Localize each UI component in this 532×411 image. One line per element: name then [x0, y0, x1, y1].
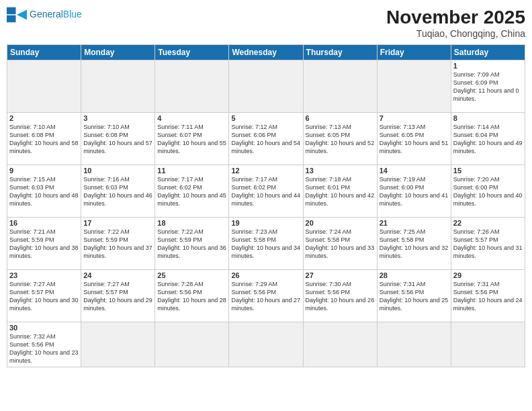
day-number: 18	[157, 219, 226, 227]
sunrise-label: Sunrise: 7:22 AM	[83, 228, 130, 235]
daylight-label: Daylight: 10 hours and 55 minutes.	[157, 140, 226, 154]
sunrise-label: Sunrise: 7:09 AM	[453, 71, 500, 78]
sunset-label: Sunset: 6:02 PM	[231, 184, 276, 191]
table-row	[229, 322, 303, 367]
day-number: 26	[231, 271, 300, 279]
table-row	[155, 322, 229, 367]
daylight-label: Daylight: 11 hours and 0 minutes.	[453, 87, 519, 102]
day-info: Sunrise: 7:30 AM Sunset: 5:56 PM Dayligh…	[306, 280, 375, 313]
sunrise-label: Sunrise: 7:13 AM	[380, 124, 426, 130]
day-info: Sunrise: 7:16 AM Sunset: 6:03 PM Dayligh…	[83, 175, 152, 208]
day-number: 11	[157, 167, 226, 175]
sunrise-label: Sunrise: 7:26 AM	[453, 228, 500, 235]
svg-rect-1	[7, 15, 16, 23]
table-row: 11 Sunrise: 7:17 AM Sunset: 6:02 PM Dayl…	[155, 165, 229, 218]
day-info: Sunrise: 7:32 AM Sunset: 5:56 PM Dayligh…	[9, 332, 79, 365]
day-number: 25	[157, 271, 226, 279]
table-row: 22 Sunrise: 7:26 AM Sunset: 5:57 PM Dayl…	[451, 218, 525, 270]
sunset-label: Sunset: 5:56 PM	[231, 289, 276, 295]
sunrise-label: Sunrise: 7:10 AM	[83, 124, 130, 130]
day-number: 27	[306, 271, 375, 279]
daylight-label: Daylight: 10 hours and 27 minutes.	[231, 297, 300, 312]
day-info: Sunrise: 7:24 AM Sunset: 5:58 PM Dayligh…	[306, 228, 375, 261]
table-row: 25 Sunrise: 7:28 AM Sunset: 5:56 PM Dayl…	[155, 270, 229, 322]
day-info: Sunrise: 7:14 AM Sunset: 6:04 PM Dayligh…	[453, 123, 523, 156]
table-row: 10 Sunrise: 7:16 AM Sunset: 6:03 PM Dayl…	[81, 165, 155, 218]
sunset-label: Sunset: 6:03 PM	[9, 184, 54, 191]
day-number: 20	[306, 219, 375, 227]
daylight-label: Daylight: 10 hours and 32 minutes.	[380, 244, 449, 259]
table-row	[7, 60, 81, 113]
day-info: Sunrise: 7:22 AM Sunset: 5:59 PM Dayligh…	[83, 228, 152, 261]
sunset-label: Sunset: 6:09 PM	[453, 79, 498, 86]
sunrise-label: Sunrise: 7:19 AM	[380, 176, 426, 183]
table-row	[155, 60, 229, 113]
sunset-label: Sunset: 6:06 PM	[231, 132, 276, 138]
day-info: Sunrise: 7:18 AM Sunset: 6:01 PM Dayligh…	[306, 175, 375, 208]
day-info: Sunrise: 7:09 AM Sunset: 6:09 PM Dayligh…	[453, 71, 523, 103]
table-row: 23 Sunrise: 7:27 AM Sunset: 5:57 PM Dayl…	[7, 270, 81, 322]
calendar-body: 1 Sunrise: 7:09 AM Sunset: 6:09 PM Dayli…	[7, 60, 525, 367]
table-row: 17 Sunrise: 7:22 AM Sunset: 5:59 PM Dayl…	[81, 218, 155, 270]
sunrise-label: Sunrise: 7:25 AM	[380, 228, 426, 235]
sunset-label: Sunset: 6:00 PM	[380, 184, 425, 191]
daylight-label: Daylight: 10 hours and 58 minutes.	[9, 140, 79, 154]
calendar-table: Sunday Monday Tuesday Wednesday Thursday…	[7, 44, 525, 367]
sunset-label: Sunset: 5:58 PM	[306, 236, 351, 243]
sunrise-label: Sunrise: 7:27 AM	[83, 281, 130, 287]
table-row: 1 Sunrise: 7:09 AM Sunset: 6:09 PM Dayli…	[451, 60, 525, 113]
day-number: 9	[9, 167, 79, 175]
daylight-label: Daylight: 10 hours and 40 minutes.	[453, 192, 523, 207]
table-row	[451, 322, 525, 367]
table-row	[303, 322, 377, 367]
table-row: 20 Sunrise: 7:24 AM Sunset: 5:58 PM Dayl…	[303, 218, 377, 270]
day-number: 29	[453, 271, 523, 279]
daylight-label: Daylight: 10 hours and 36 minutes.	[157, 244, 226, 259]
sunset-label: Sunset: 5:59 PM	[83, 236, 128, 243]
sunset-label: Sunset: 6:03 PM	[83, 184, 128, 191]
table-row	[377, 60, 451, 113]
table-row: 16 Sunrise: 7:21 AM Sunset: 5:59 PM Dayl…	[7, 218, 81, 270]
table-row: 5 Sunrise: 7:12 AM Sunset: 6:06 PM Dayli…	[229, 113, 303, 165]
day-number: 7	[380, 114, 449, 122]
sunset-label: Sunset: 6:05 PM	[306, 132, 351, 138]
daylight-label: Daylight: 10 hours and 33 minutes.	[306, 244, 375, 259]
sunrise-label: Sunrise: 7:10 AM	[9, 124, 56, 130]
day-info: Sunrise: 7:27 AM Sunset: 5:57 PM Dayligh…	[83, 280, 152, 313]
day-number: 12	[231, 167, 300, 175]
sunset-label: Sunset: 5:56 PM	[157, 289, 202, 295]
daylight-label: Daylight: 10 hours and 57 minutes.	[83, 140, 152, 154]
sunset-label: Sunset: 6:08 PM	[83, 132, 128, 138]
sunrise-label: Sunrise: 7:16 AM	[83, 176, 130, 183]
table-row: 30 Sunrise: 7:32 AM Sunset: 5:56 PM Dayl…	[7, 322, 81, 367]
table-row: 21 Sunrise: 7:25 AM Sunset: 5:58 PM Dayl…	[377, 218, 451, 270]
sunset-label: Sunset: 5:59 PM	[9, 236, 54, 243]
table-row: 26 Sunrise: 7:29 AM Sunset: 5:56 PM Dayl…	[229, 270, 303, 322]
sunrise-label: Sunrise: 7:17 AM	[157, 176, 204, 183]
daylight-label: Daylight: 10 hours and 34 minutes.	[231, 244, 300, 259]
daylight-label: Daylight: 10 hours and 24 minutes.	[453, 297, 523, 312]
day-info: Sunrise: 7:22 AM Sunset: 5:59 PM Dayligh…	[157, 228, 226, 261]
day-info: Sunrise: 7:25 AM Sunset: 5:58 PM Dayligh…	[380, 228, 449, 261]
day-info: Sunrise: 7:26 AM Sunset: 5:57 PM Dayligh…	[453, 228, 523, 261]
col-sunday: Sunday	[7, 45, 81, 60]
day-info: Sunrise: 7:13 AM Sunset: 6:05 PM Dayligh…	[306, 123, 375, 156]
sunrise-label: Sunrise: 7:29 AM	[231, 281, 277, 287]
day-info: Sunrise: 7:19 AM Sunset: 6:00 PM Dayligh…	[380, 175, 449, 208]
table-row: 13 Sunrise: 7:18 AM Sunset: 6:01 PM Dayl…	[303, 165, 377, 218]
day-info: Sunrise: 7:17 AM Sunset: 6:02 PM Dayligh…	[157, 175, 226, 208]
day-number: 24	[83, 271, 152, 279]
sunrise-label: Sunrise: 7:20 AM	[453, 176, 500, 183]
day-number: 30	[9, 324, 79, 332]
daylight-label: Daylight: 10 hours and 31 minutes.	[453, 244, 523, 259]
sunrise-label: Sunrise: 7:23 AM	[231, 228, 277, 235]
day-number: 6	[306, 114, 375, 122]
table-row: 12 Sunrise: 7:17 AM Sunset: 6:02 PM Dayl…	[229, 165, 303, 218]
daylight-label: Daylight: 10 hours and 46 minutes.	[83, 192, 152, 207]
sunrise-label: Sunrise: 7:28 AM	[157, 281, 204, 287]
sunrise-label: Sunrise: 7:30 AM	[306, 281, 352, 287]
title-block: November 2025 Tuqiao, Chongqing, China	[386, 7, 525, 39]
sunrise-label: Sunrise: 7:12 AM	[231, 124, 277, 130]
day-info: Sunrise: 7:15 AM Sunset: 6:03 PM Dayligh…	[9, 175, 79, 208]
daylight-label: Daylight: 10 hours and 44 minutes.	[231, 192, 300, 207]
